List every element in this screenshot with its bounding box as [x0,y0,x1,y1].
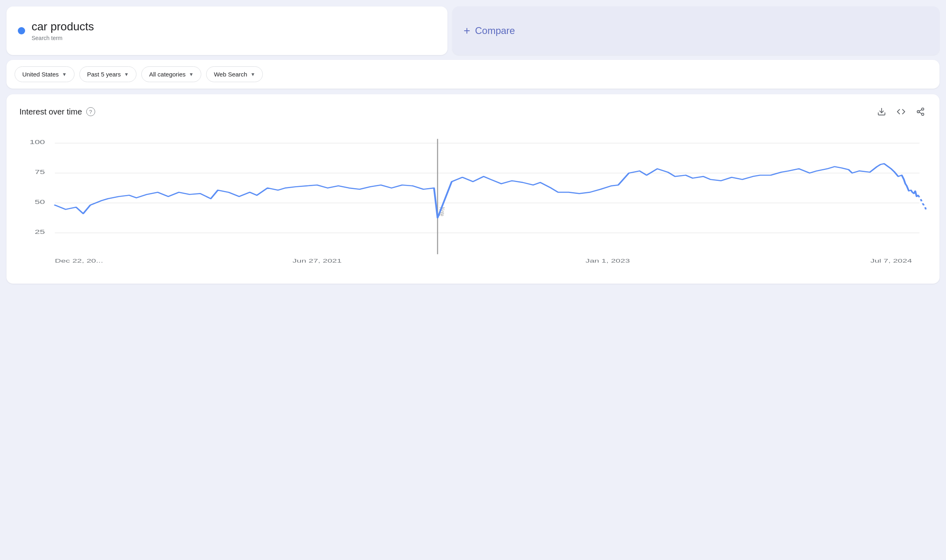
compare-card[interactable]: + Compare [452,6,940,55]
svg-line-4 [919,112,922,114]
y-label-50: 50 [35,199,45,205]
compare-label: Compare [475,25,515,36]
share-icon [916,107,925,116]
download-icon [877,107,886,116]
search-type-filter-arrow: ▼ [250,72,255,77]
embed-icon [897,107,906,116]
search-type-filter[interactable]: Web Search ▼ [206,66,263,82]
search-term-title: car products [32,20,94,33]
search-term-subtitle: Search term [32,35,94,41]
share-button[interactable] [914,106,927,118]
x-label-mid1: Jun 27, 2021 [292,258,341,264]
embed-button[interactable] [895,106,907,118]
time-filter-label: Past 5 years [87,71,121,78]
region-filter[interactable]: United States ▼ [15,66,75,82]
trend-line [55,163,918,218]
search-term-text: car products Search term [32,20,94,41]
search-type-filter-label: Web Search [214,71,247,78]
x-label-start: Dec 22, 20... [55,258,103,264]
y-label-75: 75 [35,169,45,175]
filters-card: United States ▼ Past 5 years ▼ All categ… [6,60,940,89]
chart-header: Interest over time ? [19,106,927,118]
time-filter[interactable]: Past 5 years ▼ [79,66,136,82]
x-label-end: Jul 7, 2024 [870,258,912,264]
chart-actions [876,106,927,118]
search-dot [18,27,25,34]
category-filter-label: All categories [149,71,185,78]
region-filter-label: United States [22,71,59,78]
compare-plus-icon: + [464,24,470,37]
help-icon[interactable]: ? [86,107,95,116]
chart-title: Interest over time [19,107,82,117]
category-filter-arrow: ▼ [189,72,194,77]
x-label-mid2: Jan 1, 2023 [586,258,630,264]
top-section: car products Search term + Compare [6,6,940,55]
y-label-100: 100 [30,139,45,145]
trend-line-dotted [918,195,927,212]
svg-line-5 [919,110,922,111]
chart-title-row: Interest over time ? [19,107,95,117]
time-filter-arrow: ▼ [124,72,129,77]
search-term-card: car products Search term [6,6,447,55]
category-filter[interactable]: All categories ▼ [141,66,201,82]
chart-svg: 100 75 50 25 Note Dec 22, 20... Jun 27, … [19,122,927,276]
y-label-25: 25 [35,229,45,235]
download-button[interactable] [876,106,888,118]
region-filter-arrow: ▼ [62,72,67,77]
chart-card: Interest over time ? [6,94,940,284]
chart-container: 100 75 50 25 Note Dec 22, 20... Jun 27, … [19,122,927,276]
